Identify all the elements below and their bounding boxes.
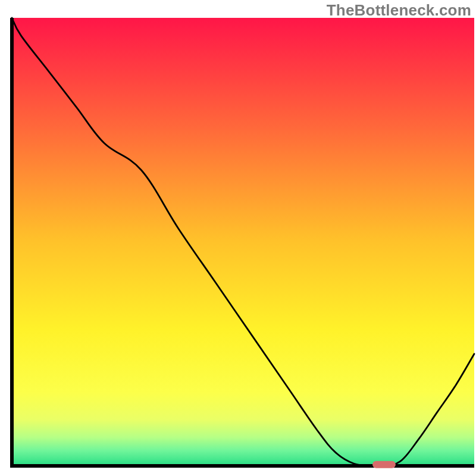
bottleneck-chart bbox=[0, 0, 476, 476]
chart-container: TheBottleneck.com bbox=[0, 0, 476, 476]
watermark-text: TheBottleneck.com bbox=[327, 1, 471, 20]
plot-background bbox=[12, 18, 474, 464]
optimum-marker bbox=[372, 461, 396, 468]
